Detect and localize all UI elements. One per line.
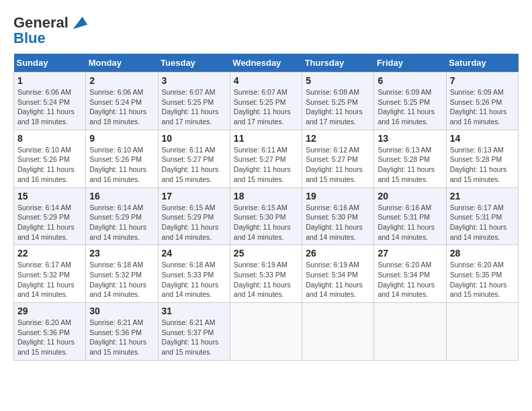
day-info: Sunrise: 6:20 AM Sunset: 5:35 PM Dayligh… <box>450 260 515 300</box>
col-header-sunday: Sunday <box>14 54 86 73</box>
day-info: Sunrise: 6:21 AM Sunset: 5:36 PM Dayligh… <box>89 318 154 357</box>
calendar-week-row: 15Sunrise: 6:14 AM Sunset: 5:29 PM Dayli… <box>14 187 519 245</box>
calendar-day-cell: 29Sunrise: 6:20 AM Sunset: 5:36 PM Dayli… <box>14 303 86 361</box>
logo: General Blue <box>13 13 89 47</box>
col-header-monday: Monday <box>86 54 158 73</box>
calendar-day-cell: 26Sunrise: 6:19 AM Sunset: 5:34 PM Dayli… <box>302 245 374 303</box>
day-number: 5 <box>306 75 370 86</box>
day-number: 31 <box>162 306 226 316</box>
calendar-day-cell: 12Sunrise: 6:12 AM Sunset: 5:27 PM Dayli… <box>302 130 374 187</box>
day-number: 26 <box>306 248 370 259</box>
calendar-table: SundayMondayTuesdayWednesdayThursdayFrid… <box>13 54 519 361</box>
page-header: General Blue <box>13 13 519 47</box>
calendar-day-cell: 28Sunrise: 6:20 AM Sunset: 5:35 PM Dayli… <box>446 245 518 303</box>
day-number: 6 <box>378 75 442 86</box>
day-info: Sunrise: 6:18 AM Sunset: 5:33 PM Dayligh… <box>162 260 226 300</box>
day-number: 29 <box>17 306 82 316</box>
day-info: Sunrise: 6:21 AM Sunset: 5:37 PM Dayligh… <box>162 318 226 357</box>
calendar-day-cell: 14Sunrise: 6:13 AM Sunset: 5:28 PM Dayli… <box>446 130 518 187</box>
day-info: Sunrise: 6:18 AM Sunset: 5:32 PM Dayligh… <box>89 260 154 300</box>
day-number: 2 <box>89 75 154 86</box>
day-info: Sunrise: 6:19 AM Sunset: 5:33 PM Dayligh… <box>234 260 298 300</box>
day-info: Sunrise: 6:16 AM Sunset: 5:31 PM Dayligh… <box>378 203 442 242</box>
calendar-day-cell: 5Sunrise: 6:08 AM Sunset: 5:25 PM Daylig… <box>302 73 374 130</box>
day-info: Sunrise: 6:08 AM Sunset: 5:25 PM Dayligh… <box>306 87 370 127</box>
svg-marker-0 <box>73 17 87 30</box>
calendar-day-cell: 3Sunrise: 6:07 AM Sunset: 5:25 PM Daylig… <box>158 73 230 130</box>
day-info: Sunrise: 6:13 AM Sunset: 5:28 PM Dayligh… <box>378 145 442 185</box>
empty-cell <box>446 303 518 361</box>
day-info: Sunrise: 6:07 AM Sunset: 5:25 PM Dayligh… <box>234 87 298 127</box>
calendar-day-cell: 17Sunrise: 6:15 AM Sunset: 5:29 PM Dayli… <box>158 187 230 245</box>
calendar-day-cell: 27Sunrise: 6:20 AM Sunset: 5:34 PM Dayli… <box>374 245 446 303</box>
day-info: Sunrise: 6:17 AM Sunset: 5:31 PM Dayligh… <box>450 203 515 242</box>
day-number: 8 <box>17 133 82 144</box>
calendar-day-cell: 22Sunrise: 6:17 AM Sunset: 5:32 PM Dayli… <box>14 245 86 303</box>
day-number: 1 <box>17 75 82 86</box>
calendar-day-cell: 10Sunrise: 6:11 AM Sunset: 5:27 PM Dayli… <box>158 130 230 187</box>
day-number: 3 <box>162 75 226 86</box>
calendar-day-cell: 4Sunrise: 6:07 AM Sunset: 5:25 PM Daylig… <box>230 73 302 130</box>
day-number: 13 <box>378 133 442 144</box>
calendar-day-cell: 11Sunrise: 6:11 AM Sunset: 5:27 PM Dayli… <box>230 130 302 187</box>
day-info: Sunrise: 6:11 AM Sunset: 5:27 PM Dayligh… <box>234 145 298 185</box>
day-info: Sunrise: 6:12 AM Sunset: 5:27 PM Dayligh… <box>306 145 370 185</box>
day-info: Sunrise: 6:06 AM Sunset: 5:24 PM Dayligh… <box>17 87 82 127</box>
col-header-tuesday: Tuesday <box>158 54 230 73</box>
calendar-day-cell: 23Sunrise: 6:18 AM Sunset: 5:32 PM Dayli… <box>86 245 158 303</box>
day-number: 19 <box>306 191 370 201</box>
day-info: Sunrise: 6:19 AM Sunset: 5:34 PM Dayligh… <box>306 260 370 300</box>
day-number: 17 <box>162 191 226 201</box>
col-header-friday: Friday <box>374 54 446 73</box>
day-info: Sunrise: 6:17 AM Sunset: 5:32 PM Dayligh… <box>17 260 82 300</box>
day-number: 11 <box>234 133 298 144</box>
empty-cell <box>302 303 374 361</box>
day-info: Sunrise: 6:20 AM Sunset: 5:36 PM Dayligh… <box>17 318 82 357</box>
calendar-day-cell: 1Sunrise: 6:06 AM Sunset: 5:24 PM Daylig… <box>14 73 86 130</box>
day-number: 10 <box>162 133 226 144</box>
day-number: 14 <box>450 133 515 144</box>
logo-icon <box>70 13 89 32</box>
calendar-day-cell: 15Sunrise: 6:14 AM Sunset: 5:29 PM Dayli… <box>14 187 86 245</box>
day-info: Sunrise: 6:14 AM Sunset: 5:29 PM Dayligh… <box>89 203 154 242</box>
day-number: 12 <box>306 133 370 144</box>
day-number: 21 <box>450 191 515 201</box>
day-info: Sunrise: 6:16 AM Sunset: 5:30 PM Dayligh… <box>306 203 370 242</box>
calendar-day-cell: 25Sunrise: 6:19 AM Sunset: 5:33 PM Dayli… <box>230 245 302 303</box>
day-info: Sunrise: 6:13 AM Sunset: 5:28 PM Dayligh… <box>450 145 515 185</box>
day-number: 28 <box>450 248 515 259</box>
calendar-day-cell: 9Sunrise: 6:10 AM Sunset: 5:26 PM Daylig… <box>86 130 158 187</box>
day-info: Sunrise: 6:10 AM Sunset: 5:26 PM Dayligh… <box>17 145 82 185</box>
calendar-header-row: SundayMondayTuesdayWednesdayThursdayFrid… <box>14 54 519 73</box>
day-info: Sunrise: 6:15 AM Sunset: 5:30 PM Dayligh… <box>234 203 298 242</box>
calendar-week-row: 1Sunrise: 6:06 AM Sunset: 5:24 PM Daylig… <box>14 73 519 130</box>
day-number: 16 <box>89 191 154 201</box>
calendar-day-cell: 21Sunrise: 6:17 AM Sunset: 5:31 PM Dayli… <box>446 187 518 245</box>
day-number: 7 <box>450 75 515 86</box>
day-info: Sunrise: 6:06 AM Sunset: 5:24 PM Dayligh… <box>89 87 154 127</box>
day-number: 22 <box>17 248 82 259</box>
calendar-day-cell: 30Sunrise: 6:21 AM Sunset: 5:36 PM Dayli… <box>86 303 158 361</box>
day-info: Sunrise: 6:09 AM Sunset: 5:25 PM Dayligh… <box>378 87 442 127</box>
calendar-day-cell: 18Sunrise: 6:15 AM Sunset: 5:30 PM Dayli… <box>230 187 302 245</box>
calendar-day-cell: 13Sunrise: 6:13 AM Sunset: 5:28 PM Dayli… <box>374 130 446 187</box>
calendar-day-cell: 8Sunrise: 6:10 AM Sunset: 5:26 PM Daylig… <box>14 130 86 187</box>
calendar-week-row: 8Sunrise: 6:10 AM Sunset: 5:26 PM Daylig… <box>14 130 519 187</box>
calendar-day-cell: 6Sunrise: 6:09 AM Sunset: 5:25 PM Daylig… <box>374 73 446 130</box>
col-header-wednesday: Wednesday <box>230 54 302 73</box>
calendar-week-row: 29Sunrise: 6:20 AM Sunset: 5:36 PM Dayli… <box>14 303 519 361</box>
calendar-day-cell: 2Sunrise: 6:06 AM Sunset: 5:24 PM Daylig… <box>86 73 158 130</box>
col-header-thursday: Thursday <box>302 54 374 73</box>
calendar-day-cell: 31Sunrise: 6:21 AM Sunset: 5:37 PM Dayli… <box>158 303 230 361</box>
day-info: Sunrise: 6:10 AM Sunset: 5:26 PM Dayligh… <box>89 145 154 185</box>
day-number: 9 <box>89 133 154 144</box>
empty-cell <box>230 303 302 361</box>
calendar-day-cell: 24Sunrise: 6:18 AM Sunset: 5:33 PM Dayli… <box>158 245 230 303</box>
day-info: Sunrise: 6:11 AM Sunset: 5:27 PM Dayligh… <box>162 145 226 185</box>
day-number: 24 <box>162 248 226 259</box>
day-number: 30 <box>89 306 154 316</box>
col-header-saturday: Saturday <box>446 54 518 73</box>
calendar-week-row: 22Sunrise: 6:17 AM Sunset: 5:32 PM Dayli… <box>14 245 519 303</box>
day-info: Sunrise: 6:09 AM Sunset: 5:26 PM Dayligh… <box>450 87 515 127</box>
day-info: Sunrise: 6:07 AM Sunset: 5:25 PM Dayligh… <box>162 87 226 127</box>
